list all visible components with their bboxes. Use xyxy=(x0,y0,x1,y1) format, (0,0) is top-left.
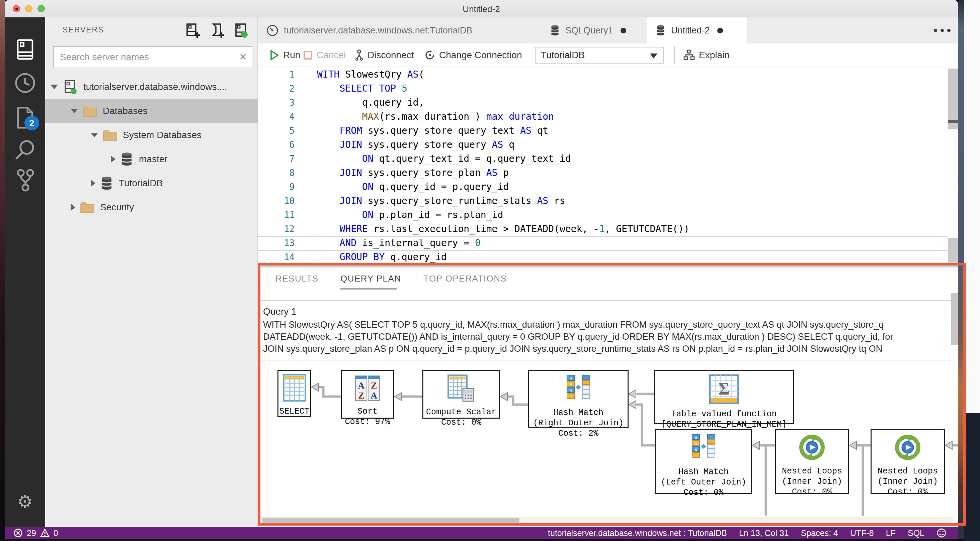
line-number: 6 xyxy=(258,138,294,152)
plan-node-label: Nested Loops(Inner Join)Cost: 0% xyxy=(782,466,842,497)
active-connections-icon[interactable] xyxy=(233,23,249,39)
tree-item-system-databases[interactable]: System Databases xyxy=(45,123,258,147)
tab-untitled-2[interactable]: Untitled-2 xyxy=(647,17,748,43)
server-search-box: ✕ xyxy=(53,46,252,68)
editor-scrollbar-block[interactable] xyxy=(948,238,958,263)
plan-node-nested-loops[interactable]: Nested Loops(Inner Join)Cost: 0% xyxy=(870,429,945,494)
cancel-square-icon xyxy=(303,51,313,60)
code-text: ON p.plan_id = rs.plan_id xyxy=(317,208,503,222)
change-connection-button[interactable]: Change Connection xyxy=(425,43,522,67)
language-mode[interactable]: SQL xyxy=(908,528,924,538)
code-text: SELECT TOP 5 xyxy=(317,82,407,96)
chevron-expanded-icon[interactable] xyxy=(91,133,98,137)
search-icon[interactable] xyxy=(5,134,45,166)
database-dropdown[interactable]: TutorialDB xyxy=(535,47,664,63)
new-connection-icon[interactable] xyxy=(185,23,201,39)
cancel-button[interactable]: Cancel xyxy=(303,43,346,67)
tree-item-label: tutorialserver.database.windows.... xyxy=(83,82,227,92)
plan-node-nested-loops[interactable]: Nested Loops(Inner Join)Cost: 0% xyxy=(775,429,849,494)
plan-node-hash-match[interactable]: wwwHash Match(Left Outer Join)Cost: 0% xyxy=(655,429,752,494)
task-history-clock-icon[interactable] xyxy=(5,67,45,99)
code-text: FROM sys.query_store_query_text AS qt xyxy=(317,124,548,138)
chevron-expanded-icon[interactable] xyxy=(51,85,58,89)
activity-bar: 2 ⚙ xyxy=(5,17,45,527)
svg-text:Z: Z xyxy=(371,380,377,390)
open-editors-badge: 2 xyxy=(24,116,39,130)
plan-horizontal-scrollbar-thumb[interactable] xyxy=(262,517,519,524)
more-actions-icon[interactable] xyxy=(934,29,951,32)
svg-text:A: A xyxy=(358,380,365,390)
tab-sqlquery1[interactable]: SQLQuery1 xyxy=(541,17,647,43)
tree-item-databases[interactable]: Databases xyxy=(45,99,258,123)
code-line-5[interactable]: 5 FROM sys.query_store_query_text AS qt xyxy=(258,124,953,138)
open-editors-file-icon[interactable]: 2 xyxy=(5,102,45,134)
title-bar[interactable]: Untitled-2 xyxy=(5,0,958,17)
run-button[interactable]: Run xyxy=(270,43,300,67)
code-line-8[interactable]: 8 JOIN sys.query_store_plan AS p xyxy=(258,166,953,180)
plan-node-hash-match[interactable]: wwwHash Match(Right Outer Join)Cost: 2% xyxy=(528,370,628,428)
problems-status[interactable]: 29 0 xyxy=(13,528,58,538)
chevron-expanded-icon[interactable] xyxy=(71,109,78,113)
tree-item-label: Security xyxy=(100,202,134,213)
code-line-7[interactable]: 7 ON qt.query_text_id = q.query_text_id xyxy=(258,152,953,166)
clear-search-icon[interactable]: ✕ xyxy=(239,51,247,62)
line-number: 7 xyxy=(258,152,294,166)
settings-gear-icon[interactable]: ⚙ xyxy=(5,485,45,517)
connection-status[interactable]: tutorialserver.database.windows.net : Tu… xyxy=(548,528,727,538)
sort-icon: AZZA xyxy=(354,374,381,405)
plan-horizontal-scrollbar[interactable] xyxy=(258,517,953,524)
code-line-1[interactable]: 1WITH SlowestQry AS( xyxy=(258,68,953,82)
new-server-group-icon[interactable] xyxy=(209,23,225,39)
tree-item-security[interactable]: Security xyxy=(45,195,258,219)
panel-tab-query-plan[interactable]: QUERY PLAN xyxy=(340,273,401,284)
eol-status[interactable]: LF xyxy=(886,528,896,538)
code-line-10[interactable]: 10 JOIN sys.query_store_runtime_stats AS… xyxy=(258,194,953,208)
code-line-14[interactable]: 14 GROUP BY q.query_id xyxy=(258,250,953,264)
chevron-collapsed-icon[interactable] xyxy=(91,179,95,187)
servers-icon[interactable] xyxy=(5,33,45,65)
code-editor[interactable]: 1WITH SlowestQry AS(2 SELECT TOP 53 q.qu… xyxy=(258,67,953,264)
table-valued-function-icon: Σ xyxy=(708,374,739,408)
compute-scalar-icon xyxy=(447,374,476,406)
status-right-group: tutorialserver.database.windows.net : Tu… xyxy=(548,528,947,538)
disconnect-button[interactable]: Disconnect xyxy=(355,43,414,67)
change-connection-icon xyxy=(425,50,435,60)
code-line-3[interactable]: 3 q.query_id, xyxy=(258,96,953,109)
panel-tab-top-operations[interactable]: TOP OPERATIONS xyxy=(423,273,507,284)
editor-actions[interactable] xyxy=(934,17,951,43)
panel-vertical-scrollbar-thumb[interactable] xyxy=(951,293,958,345)
tree-item-tutorialserver-database-windows[interactable]: tutorialserver.database.windows.... xyxy=(45,75,258,99)
code-line-2[interactable]: 2 SELECT TOP 5 xyxy=(258,82,953,96)
encoding-status[interactable]: UTF-8 xyxy=(850,528,874,538)
code-line-6[interactable]: 6 JOIN sys.query_store_query AS q xyxy=(258,138,953,152)
source-control-icon[interactable] xyxy=(5,164,45,196)
tree-item-label: System Databases xyxy=(123,130,202,140)
plan-node-select[interactable]: SELECT xyxy=(277,370,311,417)
database-icon xyxy=(550,24,560,36)
line-number: 4 xyxy=(258,109,294,124)
indentation-status[interactable]: Spaces: 4 xyxy=(801,528,838,538)
errors-icon xyxy=(13,528,23,538)
nested-loops-icon xyxy=(798,433,826,465)
line-number: 14 xyxy=(258,250,294,264)
code-line-9[interactable]: 9 ON q.query_id = p.query_id xyxy=(258,180,953,194)
feedback-smiley-icon[interactable] xyxy=(937,528,947,538)
panel-tab-results[interactable]: RESULTS xyxy=(275,273,319,284)
cursor-position[interactable]: Ln 13, Col 31 xyxy=(739,528,789,538)
search-input[interactable] xyxy=(60,47,234,68)
tree-item-tutorialdb[interactable]: TutorialDB xyxy=(45,171,258,195)
code-line-12[interactable]: 12 WHERE rs.last_execution_time > DATEAD… xyxy=(258,222,953,236)
tree-item-master[interactable]: master xyxy=(45,147,258,171)
query-text-line: WITH SlowestQry AS( SELECT TOP 5 q.query… xyxy=(263,320,948,330)
chevron-collapsed-icon[interactable] xyxy=(111,155,116,163)
tab-dashboard[interactable]: tutorialserver.database.windows.net:Tuto… xyxy=(258,17,541,43)
plan-node-table-valued-function[interactable]: ΣTable-valued function[QUERY_STORE_PLAN_… xyxy=(654,370,794,424)
code-line-4[interactable]: 4 MAX(rs.max_duration ) max_duration xyxy=(258,109,953,124)
tab-label: tutorialserver.database.windows.net:Tuto… xyxy=(284,25,472,36)
plan-node-sort[interactable]: AZZASortCost: 97% xyxy=(341,370,394,419)
explain-button[interactable]: Explain xyxy=(684,43,730,67)
chevron-collapsed-icon[interactable] xyxy=(71,204,75,211)
query-plan-diagram[interactable]: SELECTAZZASortCost: 97%Compute ScalarCos… xyxy=(260,361,958,516)
code-line-11[interactable]: 11 ON p.plan_id = rs.plan_id xyxy=(258,208,953,222)
plan-node-compute-scalar[interactable]: Compute ScalarCost: 0% xyxy=(422,370,500,419)
